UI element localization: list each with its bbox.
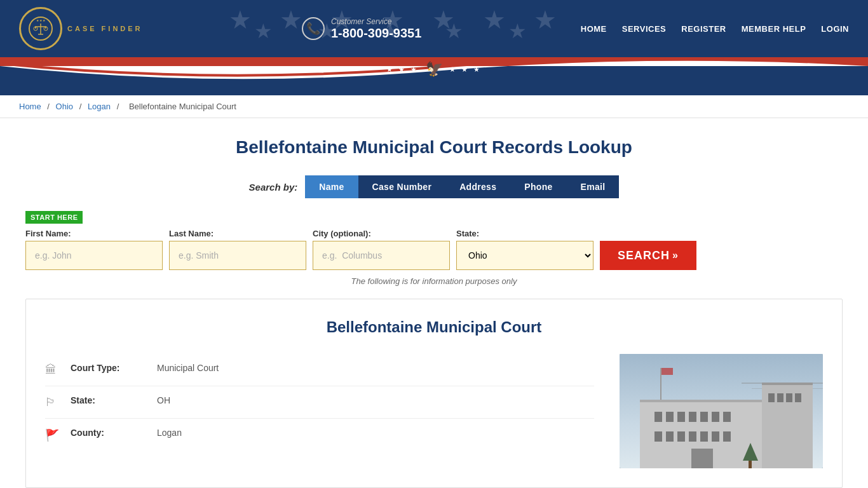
court-type-row: 🏛 Court Type: Municipal Court [45, 354, 594, 386]
tab-name[interactable]: Name [305, 175, 358, 198]
last-name-field: Last Name: [169, 229, 306, 270]
page-title: Bellefontaine Municipal Court Records Lo… [25, 137, 843, 158]
phone-icon: 📞 [302, 17, 325, 40]
last-name-input[interactable] [169, 241, 306, 270]
court-county-row: 🚩 County: Logan [45, 419, 594, 451]
window [723, 412, 731, 422]
window [712, 412, 719, 422]
window [654, 412, 662, 422]
search-button[interactable]: SEARCH » [600, 241, 696, 270]
start-here-badge: START HERE [25, 211, 83, 224]
eagle-emblem: ★ ★ ★ 🦅 ★ ★ ★ [386, 61, 481, 78]
court-info-left: 🏛 Court Type: Municipal Court 🏳 State: O… [45, 354, 594, 468]
window [700, 412, 708, 422]
door [691, 449, 714, 468]
search-button-label: SEARCH [618, 249, 670, 262]
header-contact: 📞 Customer Service 1-800-309-9351 [302, 17, 421, 41]
breadcrumb: Home / Ohio / Logan / Bellefontaine Muni… [0, 95, 868, 118]
wave-banner: ★ ★ ★ 🦅 ★ ★ ★ [0, 57, 868, 95]
window [677, 412, 685, 422]
court-county-value: Logan [157, 428, 182, 438]
site-header: ★ ★ ★ ★ ★ ★ ★ ★ ★ ★ ★ ★ ★ ★ ★ [0, 0, 868, 57]
window [666, 412, 674, 422]
last-name-label: Last Name: [169, 229, 306, 238]
main-nav: HOME SERVICES REGISTER MEMBER HELP LOGIN [581, 24, 849, 34]
window [677, 431, 685, 442]
first-name-input[interactable] [25, 241, 163, 270]
stars-right: ★ ★ ★ [449, 65, 482, 74]
court-county-label: County: [71, 428, 147, 438]
window [786, 393, 792, 402]
nav-home[interactable]: HOME [581, 24, 607, 34]
tree-trunk [749, 461, 752, 468]
building-icon: 🏛 [45, 363, 60, 377]
search-by-label: Search by: [249, 182, 298, 193]
flag [661, 368, 673, 375]
court-building-image [620, 354, 823, 468]
window [712, 431, 719, 442]
breadcrumb-sep-1: / [47, 102, 51, 111]
nav-member-help[interactable]: MEMBER HELP [742, 24, 806, 34]
search-by-row: Search by: Name Case Number Address Phon… [25, 175, 843, 198]
svg-text:★ ★ ★: ★ ★ ★ [36, 18, 46, 22]
windows-row2 [654, 431, 731, 442]
info-note: The following is for information purpose… [25, 276, 843, 286]
windows-right [768, 393, 809, 405]
court-state-value: OH [157, 395, 170, 405]
first-name-field: First Name: [25, 229, 163, 270]
breadcrumb-ohio[interactable]: Ohio [56, 102, 73, 111]
nav-login[interactable]: LOGIN [821, 24, 849, 34]
court-card-body: 🏛 Court Type: Municipal Court 🏳 State: O… [45, 354, 823, 468]
breadcrumb-sep-3: / [117, 102, 121, 111]
building-illustration [620, 354, 823, 468]
state-label: State: [456, 229, 593, 238]
breadcrumb-home[interactable]: Home [19, 102, 41, 111]
building-right [762, 383, 813, 468]
breadcrumb-logan[interactable]: Logan [88, 102, 111, 111]
window [654, 431, 662, 442]
window [768, 393, 775, 402]
search-chevron-icon: » [672, 250, 679, 261]
window [795, 393, 801, 402]
main-content: Bellefontaine Municipal Court Records Lo… [0, 118, 868, 488]
tab-email[interactable]: Email [567, 175, 620, 198]
court-state-row: 🏳 State: OH [45, 386, 594, 419]
tree [743, 443, 758, 468]
window [723, 431, 731, 442]
tab-phone[interactable]: Phone [510, 175, 566, 198]
tab-address[interactable]: Address [445, 175, 510, 198]
phone-info: Customer Service 1-800-309-9351 [331, 17, 421, 41]
header-logo-area: ★ ★ ★ Court Case Finder CASE FINDER [19, 7, 143, 50]
tree-top [743, 443, 758, 461]
county-flag-icon: 🚩 [45, 428, 60, 442]
logo-circle: ★ ★ ★ [19, 7, 62, 50]
window [689, 431, 696, 442]
window [700, 431, 708, 442]
stars-left: ★ ★ ★ [386, 65, 419, 74]
state-flag-icon: 🏳 [45, 396, 60, 409]
breadcrumb-sep-2: / [79, 102, 84, 111]
state-select[interactable]: Ohio Alabama Alaska Arizona Arkansas Cal… [456, 241, 593, 270]
search-form: First Name: Last Name: City (optional): … [25, 229, 843, 270]
window [777, 393, 783, 402]
logo[interactable]: ★ ★ ★ Court Case Finder CASE FINDER [19, 7, 143, 50]
flag-pole [660, 368, 661, 400]
breadcrumb-current: Bellefontaine Municipal Court [129, 102, 236, 111]
court-card-title: Bellefontaine Municipal Court [45, 318, 823, 336]
nav-services[interactable]: SERVICES [622, 24, 667, 34]
city-input[interactable] [313, 241, 450, 270]
window [689, 412, 696, 422]
court-card: Bellefontaine Municipal Court 🏛 Court Ty… [25, 299, 843, 488]
eagle-icon: 🦅 [426, 61, 443, 78]
court-type-value: Municipal Court [157, 363, 219, 373]
windows-row1 [654, 412, 731, 422]
court-state-label: State: [71, 395, 147, 405]
state-field: State: Ohio Alabama Alaska Arizona Arkan… [456, 229, 593, 270]
phone-number[interactable]: 1-800-309-9351 [331, 26, 421, 41]
search-tabs: Name Case Number Address Phone Email [305, 175, 619, 198]
court-type-label: Court Type: [71, 363, 147, 373]
nav-register[interactable]: REGISTER [681, 24, 726, 34]
tab-case-number[interactable]: Case Number [358, 175, 446, 198]
city-label: City (optional): [313, 229, 450, 238]
logo-text: Court Case Finder CASE FINDER [67, 25, 143, 32]
